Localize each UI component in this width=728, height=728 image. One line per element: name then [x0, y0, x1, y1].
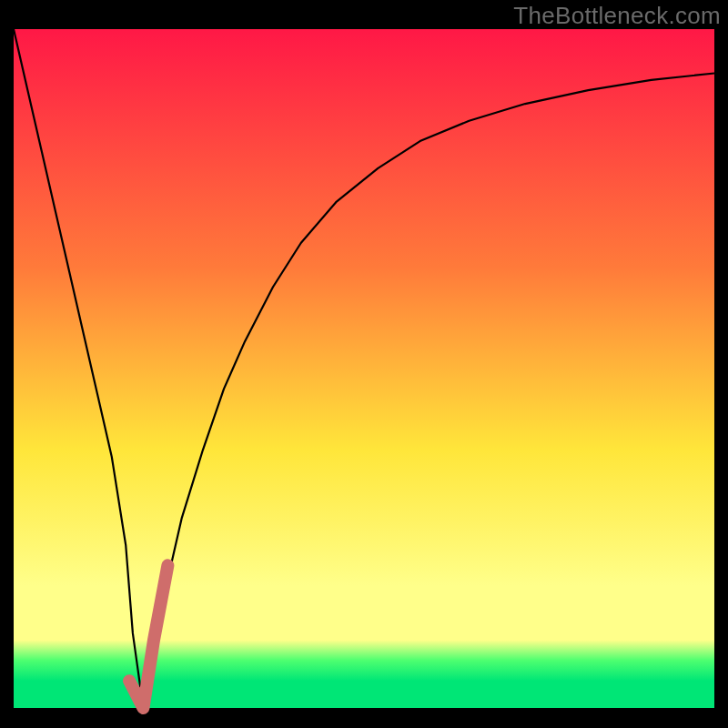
plot-background — [14, 29, 714, 708]
bottleneck-chart — [0, 0, 728, 728]
chart-frame: TheBottleneck.com — [0, 0, 728, 728]
watermark-text: TheBottleneck.com — [513, 2, 721, 30]
